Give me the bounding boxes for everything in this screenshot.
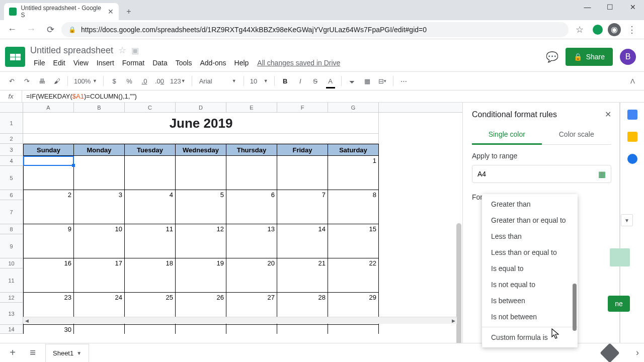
cell[interactable]: [176, 166, 226, 190]
row-header[interactable]: 5: [0, 166, 23, 190]
dropdown-option[interactable]: Less than or equal to: [482, 244, 578, 260]
merge-button[interactable]: ⊟▾: [376, 74, 389, 87]
currency-button[interactable]: $: [108, 74, 121, 87]
row-header[interactable]: 13: [0, 303, 23, 325]
cell[interactable]: 28: [277, 293, 328, 303]
cell[interactable]: 29: [328, 293, 379, 303]
menu-edit[interactable]: Edit: [50, 57, 69, 69]
cell[interactable]: [277, 234, 328, 258]
row-header[interactable]: 2: [0, 134, 23, 144]
cell[interactable]: 19: [176, 258, 226, 268]
row-header[interactable]: 12: [0, 293, 23, 303]
extension-icon[interactable]: [593, 25, 603, 35]
cell[interactable]: [328, 268, 379, 293]
cell[interactable]: 2: [23, 190, 74, 200]
cell[interactable]: 30: [23, 325, 74, 334]
keep-addon-icon[interactable]: [627, 132, 637, 142]
day-header[interactable]: Friday: [277, 144, 328, 156]
col-header[interactable]: D: [176, 103, 226, 112]
back-button[interactable]: ←: [4, 22, 20, 38]
day-header[interactable]: Monday: [74, 144, 125, 156]
cell[interactable]: 16: [23, 258, 74, 268]
cell[interactable]: [226, 166, 277, 190]
menu-view[interactable]: View: [70, 57, 92, 69]
add-sheet-button[interactable]: +: [5, 345, 20, 360]
redo-button[interactable]: ↷: [20, 74, 33, 87]
horizontal-scrollbar[interactable]: ◀ ▶: [23, 317, 457, 324]
menu-file[interactable]: File: [30, 57, 49, 69]
cell[interactable]: [176, 268, 226, 293]
col-header[interactable]: A: [23, 103, 74, 112]
cell[interactable]: 4: [125, 190, 176, 200]
dec-decimal-button[interactable]: .0: [138, 74, 151, 87]
col-header[interactable]: C: [125, 103, 176, 112]
more-formats-button[interactable]: 123▼: [168, 74, 188, 87]
col-header[interactable]: G: [328, 103, 379, 112]
select-range-icon[interactable]: ▦: [598, 169, 606, 179]
cell[interactable]: [23, 156, 74, 166]
cell[interactable]: [176, 325, 226, 334]
chrome-profile[interactable]: ◉: [608, 23, 621, 36]
tab-color-scale[interactable]: Color scale: [542, 126, 612, 144]
cell[interactable]: [23, 234, 74, 258]
dropdown-option[interactable]: Is not equal to: [482, 277, 578, 293]
dropdown-option[interactable]: Greater than or equal to: [482, 212, 578, 228]
bookmark-icon[interactable]: ☆: [572, 22, 588, 38]
cell[interactable]: [125, 325, 176, 334]
col-header[interactable]: F: [277, 103, 328, 112]
text-color-button[interactable]: A: [324, 74, 337, 87]
borders-button[interactable]: ▦: [361, 74, 374, 87]
cell[interactable]: [277, 325, 328, 334]
cell[interactable]: 18: [125, 258, 176, 268]
browser-tab[interactable]: Untitled spreadsheet - Google S ✕: [4, 3, 119, 20]
cell[interactable]: [176, 200, 226, 224]
cell[interactable]: 8: [328, 190, 379, 200]
url-field[interactable]: 🔒 https://docs.google.com/spreadsheets/d…: [61, 22, 569, 37]
range-input[interactable]: ▦: [472, 165, 611, 183]
cell[interactable]: 7: [277, 190, 328, 200]
cell[interactable]: [226, 200, 277, 224]
cell[interactable]: [277, 166, 328, 190]
zoom-select[interactable]: 100%▼: [72, 74, 99, 87]
menu-help[interactable]: Help: [231, 57, 253, 69]
cell[interactable]: [226, 325, 277, 334]
cell[interactable]: [125, 166, 176, 190]
sheet-tab[interactable]: Sheet1 ▼: [45, 344, 89, 362]
sheet-menu-icon[interactable]: ▼: [76, 350, 82, 356]
dropdown-option[interactable]: Is between: [482, 293, 578, 309]
cell[interactable]: 11: [125, 224, 176, 234]
row-header[interactable]: 6: [0, 190, 23, 200]
cell[interactable]: [176, 234, 226, 258]
fx-icon[interactable]: fx: [0, 90, 22, 102]
cell[interactable]: 26: [176, 293, 226, 303]
font-select[interactable]: Arial▼: [196, 74, 239, 87]
cell[interactable]: [23, 268, 74, 293]
cell[interactable]: 3: [74, 190, 125, 200]
day-header[interactable]: Sunday: [23, 144, 74, 156]
cell[interactable]: 23: [23, 293, 74, 303]
all-sheets-button[interactable]: ≡: [25, 345, 40, 360]
dropdown-option[interactable]: Custom formula is: [482, 327, 578, 345]
chrome-menu[interactable]: ⋮: [624, 22, 640, 38]
cell[interactable]: [23, 134, 379, 144]
save-status[interactable]: All changes saved in Drive: [257, 59, 340, 67]
row-header[interactable]: 11: [0, 268, 23, 293]
tab-close-icon[interactable]: ✕: [108, 8, 114, 16]
star-icon[interactable]: ☆: [118, 45, 126, 56]
format-preview-swatch[interactable]: [610, 248, 630, 266]
cell[interactable]: [74, 268, 125, 293]
cell[interactable]: [277, 268, 328, 293]
row-header[interactable]: 14: [0, 325, 23, 334]
row-header[interactable]: 9: [0, 234, 23, 258]
cell[interactable]: 22: [328, 258, 379, 268]
italic-button[interactable]: I: [294, 74, 307, 87]
cell[interactable]: [328, 325, 379, 334]
row-header[interactable]: 7: [0, 200, 23, 224]
cell[interactable]: [328, 166, 379, 190]
select-all-corner[interactable]: [0, 103, 23, 112]
font-size-select[interactable]: 10▼: [248, 74, 270, 87]
collapse-toolbar-button[interactable]: ᐱ: [626, 74, 639, 87]
day-header[interactable]: Tuesday: [125, 144, 176, 156]
cell[interactable]: [125, 234, 176, 258]
cell[interactable]: 25: [125, 293, 176, 303]
